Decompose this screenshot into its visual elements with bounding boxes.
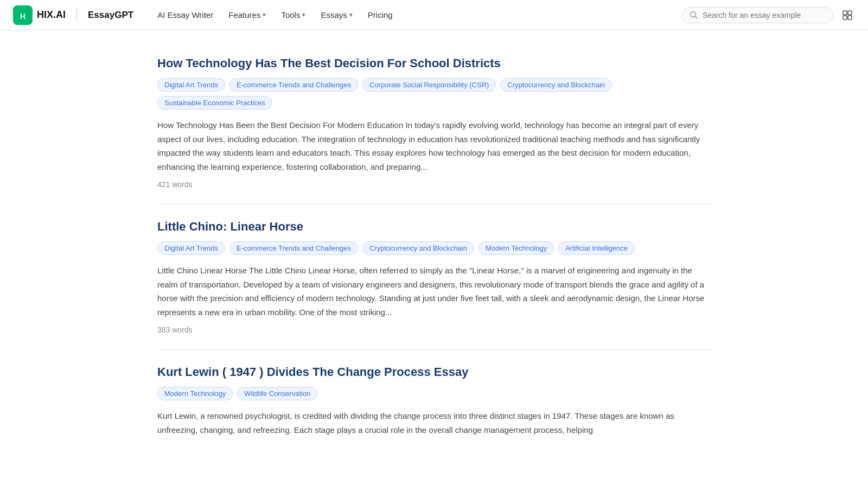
- tag[interactable]: Modern Technology: [478, 241, 554, 255]
- essay-title[interactable]: Little Chino: Linear Horse: [157, 220, 711, 234]
- navbar: H HIX.AI EssayGPT AI Essay Writer Featur…: [0, 0, 868, 30]
- nav-essays[interactable]: Essays ▾: [314, 6, 359, 24]
- site-name: HIX.AI: [37, 9, 66, 21]
- nav-ai-essay-writer[interactable]: AI Essay Writer: [151, 6, 220, 24]
- tag[interactable]: Digital Art Trends: [157, 241, 225, 255]
- logo-area: H HIX.AI EssayGPT: [13, 5, 133, 25]
- svg-rect-7: [848, 16, 852, 20]
- tag[interactable]: Artificial Intelligence: [558, 241, 635, 255]
- essay-item: Little Chino: Linear HorseDigital Art Tr…: [157, 205, 711, 350]
- tag[interactable]: Sustainable Economic Practices: [157, 96, 272, 110]
- tag[interactable]: Cryptocurrency and Blockchain: [500, 78, 612, 92]
- nav-links: AI Essay Writer Features ▾ Tools ▾ Essay…: [151, 6, 681, 24]
- nav-features[interactable]: Features ▾: [222, 6, 272, 24]
- search-icon: [690, 11, 698, 20]
- tag[interactable]: Modern Technology: [157, 387, 233, 400]
- essay-tags: Modern TechnologyWildlife Conservation: [157, 387, 711, 400]
- svg-text:H: H: [20, 12, 25, 21]
- essay-item: How Technology Has The Best Decision For…: [157, 41, 711, 205]
- essay-excerpt: How Technology Has Been the Best Decisio…: [157, 118, 711, 174]
- essay-tags: Digital Art TrendsE-commerce Trends and …: [157, 78, 711, 110]
- tag[interactable]: Cryptocurrency and Blockchain: [362, 241, 474, 255]
- svg-rect-5: [848, 11, 852, 15]
- features-chevron-icon: ▾: [263, 11, 266, 18]
- search-input[interactable]: [703, 11, 825, 20]
- hix-logo-icon: H: [13, 5, 33, 25]
- tag[interactable]: E-commerce Trends and Challenges: [229, 78, 358, 92]
- essay-title[interactable]: How Technology Has The Best Decision For…: [157, 56, 711, 71]
- product-name: EssayGPT: [88, 10, 133, 21]
- svg-rect-4: [843, 11, 847, 15]
- nav-pricing[interactable]: Pricing: [361, 6, 399, 24]
- tag[interactable]: Corporate Social Responsibility (CSR): [362, 78, 496, 92]
- tag[interactable]: Digital Art Trends: [157, 78, 225, 92]
- essays-chevron-icon: ▾: [349, 11, 353, 18]
- essay-tags: Digital Art TrendsE-commerce Trends and …: [157, 241, 711, 255]
- svg-line-3: [695, 16, 698, 18]
- essay-word-count: 383 words: [157, 325, 711, 334]
- svg-rect-6: [843, 16, 847, 20]
- essay-excerpt: Kurt Lewin, a renowned psychologist, is …: [157, 409, 711, 437]
- essay-title[interactable]: Kurt Lewin ( 1947 ) Divides The Change P…: [157, 365, 711, 379]
- nav-right: [681, 7, 855, 23]
- essay-excerpt: Little Chino Linear Horse The Little Chi…: [157, 264, 711, 319]
- tools-chevron-icon: ▾: [302, 11, 305, 18]
- essay-word-count: 421 words: [157, 180, 711, 189]
- nav-divider: [76, 9, 77, 22]
- essays-list: How Technology Has The Best Decision For…: [136, 30, 732, 469]
- essay-item: Kurt Lewin ( 1947 ) Divides The Change P…: [157, 350, 711, 458]
- grid-view-icon[interactable]: [840, 8, 855, 23]
- tag[interactable]: Wildlife Conservation: [237, 387, 317, 400]
- tag[interactable]: E-commerce Trends and Challenges: [229, 241, 358, 255]
- search-box[interactable]: [681, 7, 833, 23]
- nav-tools[interactable]: Tools ▾: [275, 6, 312, 24]
